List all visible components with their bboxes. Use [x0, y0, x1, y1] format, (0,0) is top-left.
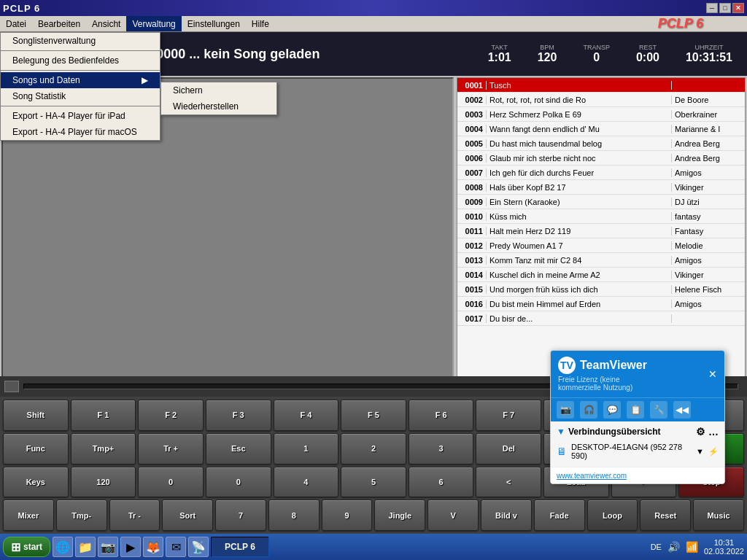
loop-key[interactable]: Loop — [587, 499, 638, 531]
song-row[interactable]: 0006 Glaub mir ich sterbe nicht noc Andr… — [457, 151, 745, 166]
song-row[interactable]: 0015 Und morgen früh küss ich dich Helen… — [457, 282, 745, 297]
num6-key[interactable]: 6 — [409, 467, 474, 498]
menu-belegung[interactable]: Belegung des Bedienfeldes — [1, 52, 160, 69]
taskbar-edge-icon[interactable]: ✉ — [166, 537, 186, 557]
volume-icon[interactable]: 🔊 — [667, 541, 680, 553]
zero2-key[interactable]: 0 — [206, 467, 271, 498]
shift-key[interactable]: Shift — [3, 400, 69, 431]
menu-datei[interactable]: Datei — [0, 16, 32, 31]
song-row[interactable]: 0002 Rot, rot, rot, rot sind die Ro De B… — [457, 93, 745, 107]
menu-wiederherstellen[interactable]: Wiederherstellen — [161, 98, 276, 114]
song-row[interactable]: 0003 Herz Schmerz Polka E 69 Oberkrainer — [457, 107, 745, 122]
tv-chat-icon[interactable]: 💬 — [603, 401, 621, 419]
tv-device-connect-icon[interactable]: ⚡ — [708, 447, 719, 456]
song-row[interactable]: 0011 Halt mein Herz D2 119 Fantasy — [457, 224, 745, 238]
tv-close-button[interactable]: ✕ — [708, 368, 717, 380]
song-row[interactable]: 0009 Ein Stern (Karaoke) DJ ützi — [457, 195, 745, 209]
f2-key[interactable]: F 2 — [138, 400, 204, 431]
zero1-key[interactable]: 0 — [138, 467, 204, 498]
tv-website-link[interactable]: www.teamviewer.com — [557, 472, 627, 480]
taskbar-camera-icon[interactable]: 📷 — [98, 537, 118, 557]
menu-song-statistik[interactable]: Song Statistik — [1, 88, 160, 104]
num8-key[interactable]: 8 — [268, 499, 320, 531]
taskbar-explorer-icon[interactable]: 📁 — [75, 537, 96, 557]
taskbar-firefox-icon[interactable]: 🦊 — [143, 537, 163, 557]
song-row[interactable]: 0012 Predy Woumen A1 7 Melodie — [457, 238, 745, 253]
num1-key[interactable]: 1 — [274, 433, 339, 464]
menu-verwaltung[interactable]: Verwaltung — [126, 16, 181, 31]
num5-key[interactable]: 5 — [341, 467, 406, 498]
esc-key[interactable]: Esc — [206, 433, 271, 464]
song-row[interactable]: 0013 Komm Tanz mit mir C2 84 Amigos — [457, 253, 745, 268]
network-icon[interactable]: 📶 — [686, 541, 698, 553]
f4-key[interactable]: F 4 — [274, 400, 339, 431]
close-button[interactable]: ✕ — [732, 3, 744, 13]
song-row[interactable]: 0014 Kuschel dich in meine Arme A2 Vikin… — [457, 268, 745, 282]
song-list[interactable]: 0001 Tusch 0002 Rot, rot, rot, rot sind … — [457, 77, 746, 395]
tv-collapse-icon[interactable]: ▼ — [557, 427, 565, 437]
v-key[interactable]: V — [427, 499, 479, 531]
tv-video-icon[interactable]: 📷 — [557, 401, 574, 419]
taskbar-ie-icon[interactable]: 🌐 — [53, 537, 73, 557]
taskbar-teamviewer-icon[interactable]: 📡 — [188, 537, 209, 557]
tv-files-icon[interactable]: 📋 — [627, 401, 644, 419]
song-title: Ich geh für dich durchs Feuer — [487, 168, 672, 177]
maximize-button[interactable]: □ — [719, 3, 731, 13]
sort-key[interactable]: Sort — [162, 499, 213, 531]
left-key[interactable]: < — [476, 467, 541, 498]
f5-key[interactable]: F 5 — [341, 400, 406, 431]
reset-key[interactable]: Reset — [640, 499, 691, 531]
song-row[interactable]: 0008 Hals über Kopf B2 17 Vikinger — [457, 180, 745, 195]
menu-ansicht[interactable]: Ansicht — [86, 16, 126, 31]
tr-minus-key[interactable]: Tr - — [109, 499, 160, 531]
music-key[interactable]: Music — [693, 499, 744, 531]
taskbar-media-icon[interactable]: ▶ — [120, 537, 141, 557]
menu-einstellungen[interactable]: Einstellungen — [182, 16, 246, 31]
bpm-val-key[interactable]: 120 — [71, 467, 136, 498]
taskbar-pclp-icon[interactable]: PCLP 6 — [211, 537, 269, 557]
tv-section-more-icon[interactable]: … — [708, 426, 719, 438]
song-row[interactable]: 0017 Du bisr de... — [457, 311, 745, 326]
menu-hilfe[interactable]: Hilfe — [246, 16, 275, 31]
jingle-key[interactable]: Jingle — [374, 499, 425, 531]
f1-key[interactable]: F 1 — [71, 400, 136, 431]
menu-bearbeiten[interactable]: Bearbeiten — [32, 16, 86, 31]
tv-settings-gear-icon[interactable]: ⚙ — [696, 426, 705, 438]
func-key[interactable]: Func — [3, 433, 69, 464]
tv-audio-icon[interactable]: 🎧 — [580, 401, 597, 419]
start-button[interactable]: ⊞ start — [3, 537, 50, 557]
song-row[interactable]: 0004 Wann fangt denn endlich d' Mu Maria… — [457, 122, 745, 136]
menu-sichern[interactable]: Sichern — [161, 82, 276, 98]
menu-songs-und-daten[interactable]: Songs und Daten ▶ — [1, 72, 160, 88]
tmp-plus-key[interactable]: Tmp+ — [71, 433, 136, 464]
fade-key[interactable]: Fade — [534, 499, 585, 531]
num2-key[interactable]: 2 — [341, 433, 406, 464]
song-row[interactable]: 0016 Du bist mein Himmel auf Erden Amigo… — [457, 297, 745, 311]
menu-songlistenverwaltung[interactable]: Songlistenverwaltung — [1, 33, 160, 49]
menu-export-ipad[interactable]: Export - HA-4 Player für iPad — [1, 108, 160, 124]
tv-device-dropdown-icon[interactable]: ▼ — [696, 447, 704, 456]
tv-settings-icon[interactable]: 🔧 — [650, 401, 667, 419]
mixer-key[interactable]: Mixer — [3, 499, 54, 531]
menu-export-macos[interactable]: Export - HA-4 Player für macOS — [1, 124, 160, 140]
pgdn-key[interactable]: Bild v — [481, 499, 532, 531]
num7-key[interactable]: 7 — [215, 499, 266, 531]
tv-more-icon[interactable]: ◀◀ — [673, 401, 691, 419]
song-row[interactable]: 0007 Ich geh für dich durchs Feuer Amigo… — [457, 166, 745, 180]
song-row[interactable]: 0001 Tusch — [457, 78, 745, 93]
f7-key[interactable]: F 7 — [476, 400, 541, 431]
keys-key[interactable]: Keys — [3, 467, 69, 498]
num3-key[interactable]: 3 — [409, 433, 474, 464]
song-row[interactable]: 0010 Küss mich fantasy — [457, 209, 745, 224]
num4-key[interactable]: 4 — [274, 467, 339, 498]
minimize-button[interactable]: ─ — [706, 3, 718, 13]
tmp-minus-key[interactable]: Tmp- — [56, 499, 107, 531]
song-row[interactable]: 0005 Du hast mich tausendmal belog Andre… — [457, 136, 745, 151]
f6-key[interactable]: F 6 — [409, 400, 474, 431]
del-key[interactable]: Del — [476, 433, 541, 464]
f3-key[interactable]: F 3 — [206, 400, 271, 431]
num9-key[interactable]: 9 — [322, 499, 373, 531]
verwaltung-dropdown: Songlistenverwaltung Belegung des Bedien… — [0, 32, 160, 141]
tr-plus-key[interactable]: Tr + — [138, 433, 204, 464]
rewind-button[interactable] — [4, 381, 19, 392]
